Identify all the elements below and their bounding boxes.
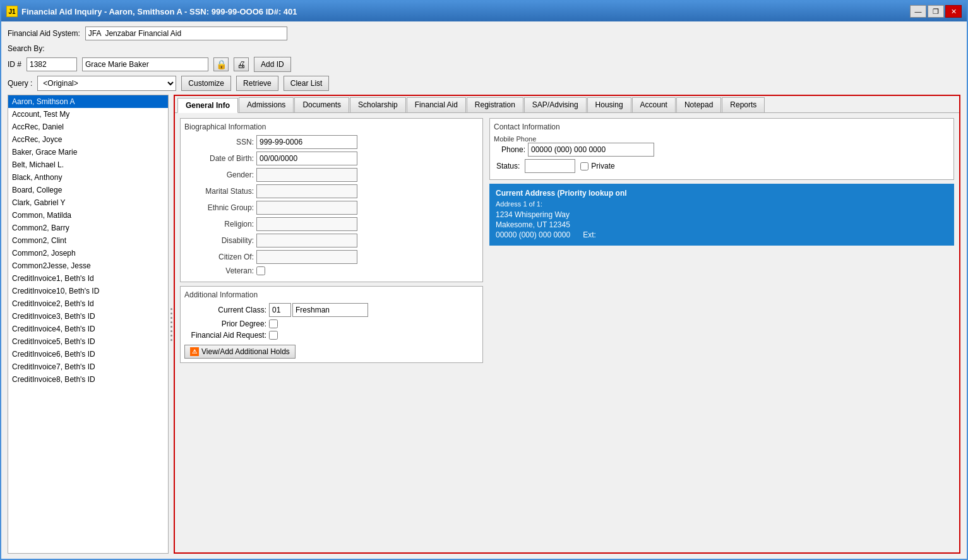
dob-input[interactable]	[256, 152, 357, 165]
gender-input[interactable]	[256, 168, 357, 182]
list-item[interactable]: Clark, Gabriel Y	[8, 196, 168, 209]
tab-scholarship[interactable]: Scholarship	[350, 97, 406, 112]
list-item[interactable]: Board, College	[8, 184, 168, 196]
list-item[interactable]: Common2Jesse, Jesse	[8, 259, 168, 272]
financial-aid-label: Financial Aid Request:	[184, 331, 266, 340]
address-subtitle: Address 1 of 1:	[496, 200, 948, 208]
list-item[interactable]: CreditInvoice1, Beth's Id	[8, 272, 168, 285]
list-item[interactable]: Belt, Michael L.	[8, 158, 168, 171]
current-class-label: Current Class:	[184, 306, 266, 314]
additional-section: Additional Information Current Class:	[180, 286, 483, 363]
list-item[interactable]: Common2, Barry	[8, 222, 168, 234]
tab-notepad[interactable]: Notepad	[676, 97, 721, 112]
divider-dot	[170, 335, 172, 337]
phone-label: Phone:	[494, 145, 525, 154]
clear-list-button[interactable]: Clear List	[284, 76, 330, 91]
citizen-input[interactable]	[256, 250, 357, 264]
list-item[interactable]: CreditInvoice10, Beth's ID	[8, 285, 168, 297]
ssn-input[interactable]	[256, 135, 357, 149]
list-item[interactable]: Common, Matilda	[8, 209, 168, 222]
add-id-button[interactable]: Add ID	[254, 57, 291, 72]
private-label: Private	[580, 162, 614, 170]
id-row: ID # 🔒 🖨 Add ID	[8, 57, 960, 72]
list-item[interactable]: CreditInvoice2, Beth's Id	[8, 297, 168, 310]
disability-row: Disability:	[184, 234, 479, 247]
phone-input[interactable]	[528, 143, 654, 157]
religion-label: Religion:	[184, 220, 254, 229]
list-item[interactable]: CreditInvoice3, Beth's ID	[8, 310, 168, 323]
status-input[interactable]	[525, 159, 575, 173]
query-select[interactable]: <Original>	[37, 76, 176, 91]
app-icon: J1	[6, 6, 18, 17]
holds-button-label: View/Add Additional Holds	[201, 347, 290, 356]
private-checkbox[interactable]	[580, 162, 589, 170]
list-item[interactable]: Black, Anthony	[8, 171, 168, 184]
list-item[interactable]: AccRec, Joyce	[8, 133, 168, 146]
list-item[interactable]: CreditInvoice7, Beth's ID	[8, 360, 168, 373]
search-row: Search By:	[8, 44, 960, 53]
holds-button[interactable]: ⚠ View/Add Additional Holds	[184, 345, 296, 359]
right-panel: General InfoAdmissionsDocumentsScholarsh…	[174, 95, 960, 554]
divider-dot	[170, 330, 172, 332]
tab-general-info[interactable]: General Info	[177, 98, 238, 113]
class-code-input[interactable]	[269, 303, 291, 317]
list-item[interactable]: CreditInvoice4, Beth's ID	[8, 323, 168, 335]
id-label: ID #	[8, 60, 21, 69]
tab-admissions[interactable]: Admissions	[239, 97, 294, 112]
tab-sap-advising[interactable]: SAP/Advising	[524, 97, 587, 112]
tab-reports[interactable]: Reports	[722, 97, 765, 112]
title-bar: J1 Financial Aid Inquiry - Aaron, Smiths…	[1, 1, 967, 21]
address-phone-value: 00000 (000) 000 0000	[496, 230, 570, 239]
disability-input[interactable]	[256, 234, 357, 247]
citizen-label: Citizen Of:	[184, 253, 254, 261]
tab-documents[interactable]: Documents	[294, 97, 349, 112]
system-input[interactable]	[85, 27, 287, 40]
divider-dot	[170, 313, 172, 314]
veteran-label: Veteran:	[184, 266, 254, 275]
list-item[interactable]: Baker, Grace Marie	[8, 146, 168, 158]
print-icon-button[interactable]: 🖨	[234, 57, 249, 71]
disability-label: Disability:	[184, 236, 254, 245]
content-area: Financial Aid System: Search By: ID # 🔒 …	[1, 21, 967, 559]
main-window: J1 Financial Aid Inquiry - Aaron, Smiths…	[0, 0, 968, 560]
ethnic-input[interactable]	[256, 201, 357, 215]
list-item[interactable]: Account, Test My	[8, 108, 168, 121]
dob-row: Date of Birth:	[184, 152, 479, 165]
contact-title: Contact Information	[494, 122, 950, 131]
prior-degree-checkbox[interactable]	[269, 319, 278, 328]
list-item[interactable]: CreditInvoice5, Beth's ID	[8, 335, 168, 348]
list-item[interactable]: Aaron, Smithson A	[8, 95, 168, 108]
address-phone: 00000 (000) 000 0000 Ext:	[496, 230, 948, 239]
bio-section-title: Biographical Information	[184, 122, 479, 131]
list-item[interactable]: Common2, Joseph	[8, 247, 168, 259]
list-item[interactable]: AccRec, Daniel	[8, 121, 168, 133]
lock-icon-button[interactable]: 🔒	[213, 57, 229, 71]
close-button[interactable]: ✕	[945, 5, 962, 18]
marital-row: Marital Status:	[184, 184, 479, 198]
list-item[interactable]: CreditInvoice6, Beth's ID	[8, 348, 168, 360]
right-column: Contact Information Mobile Phone Phone: …	[489, 118, 954, 547]
window-controls: — ❐ ✕	[910, 5, 962, 18]
list-item[interactable]: CreditInvoice8, Beth's ID	[8, 373, 168, 386]
class-name-input[interactable]	[292, 303, 368, 317]
religion-input[interactable]	[256, 217, 357, 231]
divider	[169, 95, 174, 554]
list-item[interactable]: Common2, Clint	[8, 234, 168, 247]
veteran-checkbox[interactable]	[256, 266, 265, 275]
tab-account[interactable]: Account	[632, 97, 676, 112]
customize-button[interactable]: Customize	[181, 76, 231, 91]
restore-button[interactable]: ❐	[928, 5, 944, 18]
tab-financial-aid[interactable]: Financial Aid	[407, 97, 466, 112]
tab-registration[interactable]: Registration	[467, 97, 523, 112]
minimize-button[interactable]: —	[910, 5, 926, 18]
financial-aid-checkbox[interactable]	[269, 331, 278, 340]
id-input[interactable]	[27, 57, 77, 71]
left-column: Biographical Information SSN: Date of Bi…	[180, 118, 483, 547]
name-input[interactable]	[82, 57, 208, 71]
retrieve-button[interactable]: Retrieve	[236, 76, 278, 91]
student-list[interactable]: Aaron, Smithson AAccount, Test MyAccRec,…	[8, 95, 169, 554]
marital-input[interactable]	[256, 184, 357, 198]
window-title: Financial Aid Inquiry - Aaron, Smithson …	[21, 7, 297, 16]
ethnic-row: Ethnic Group:	[184, 201, 479, 215]
tab-housing[interactable]: Housing	[587, 97, 631, 112]
